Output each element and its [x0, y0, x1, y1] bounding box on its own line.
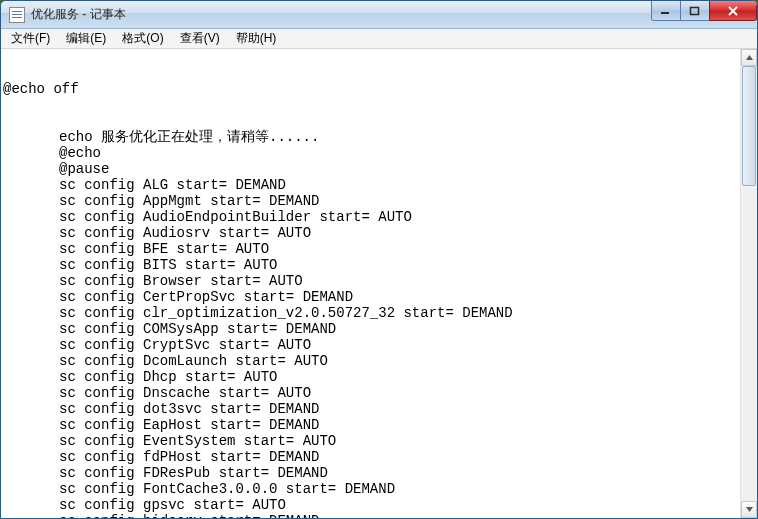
text-line: sc config BFE start= AUTO: [3, 241, 738, 257]
text-line: echo 服务优化正在处理，请稍等......: [3, 129, 738, 145]
text-line: sc config BITS start= AUTO: [3, 257, 738, 273]
minimize-button[interactable]: [651, 1, 681, 21]
menubar: 文件(F) 编辑(E) 格式(O) 查看(V) 帮助(H): [1, 29, 757, 49]
text-line: sc config Dhcp start= AUTO: [3, 369, 738, 385]
menu-format[interactable]: 格式(O): [114, 28, 171, 49]
text-line: @pause: [3, 161, 738, 177]
menu-help[interactable]: 帮助(H): [228, 28, 285, 49]
maximize-button[interactable]: [680, 1, 710, 21]
text-line: sc config EventSystem start= AUTO: [3, 433, 738, 449]
menu-view[interactable]: 查看(V): [172, 28, 228, 49]
text-line: @echo off: [3, 81, 738, 97]
text-line: sc config ALG start= DEMAND: [3, 177, 738, 193]
text-line: sc config CertPropSvc start= DEMAND: [3, 289, 738, 305]
notepad-window: 优化服务 - 记事本 文件(F) 编辑(E) 格式(O) 查看(V) 帮助(H)…: [0, 0, 758, 519]
text-line: sc config clr_optimization_v2.0.50727_32…: [3, 305, 738, 321]
text-line: sc config AudioEndpointBuilder start= AU…: [3, 209, 738, 225]
text-line: sc config DcomLaunch start= AUTO: [3, 353, 738, 369]
text-line: sc config FontCache3.0.0.0 start= DEMAND: [3, 481, 738, 497]
scroll-up-button[interactable]: [741, 49, 757, 66]
text-line: sc config hidserv start= DEMAND: [3, 513, 738, 518]
titlebar[interactable]: 优化服务 - 记事本: [1, 1, 757, 29]
text-line: sc config FDResPub start= DEMAND: [3, 465, 738, 481]
text-line: sc config Browser start= AUTO: [3, 273, 738, 289]
text-line: @echo: [3, 145, 738, 161]
text-line: sc config EapHost start= DEMAND: [3, 417, 738, 433]
vertical-scrollbar[interactable]: [740, 49, 757, 518]
notepad-icon: [9, 7, 25, 23]
svg-rect-1: [691, 7, 699, 14]
text-line: sc config Audiosrv start= AUTO: [3, 225, 738, 241]
text-line: sc config AppMgmt start= DEMAND: [3, 193, 738, 209]
text-line: sc config dot3svc start= DEMAND: [3, 401, 738, 417]
text-editor[interactable]: @echo off echo 服务优化正在处理，请稍等......@echo@p…: [1, 49, 740, 518]
window-title: 优化服务 - 记事本: [31, 6, 126, 23]
text-line: sc config CryptSvc start= AUTO: [3, 337, 738, 353]
text-line: sc config fdPHost start= DEMAND: [3, 449, 738, 465]
scroll-thumb[interactable]: [742, 66, 756, 186]
close-button[interactable]: [709, 1, 757, 21]
menu-file[interactable]: 文件(F): [3, 28, 58, 49]
client-area: @echo off echo 服务优化正在处理，请稍等......@echo@p…: [1, 49, 757, 518]
scroll-track[interactable]: [741, 66, 757, 501]
text-line: sc config gpsvc start= AUTO: [3, 497, 738, 513]
text-line: sc config COMSysApp start= DEMAND: [3, 321, 738, 337]
window-controls: [652, 1, 757, 21]
scroll-down-button[interactable]: [741, 501, 757, 518]
menu-edit[interactable]: 编辑(E): [58, 28, 114, 49]
svg-rect-0: [661, 12, 669, 14]
text-line: sc config Dnscache start= AUTO: [3, 385, 738, 401]
